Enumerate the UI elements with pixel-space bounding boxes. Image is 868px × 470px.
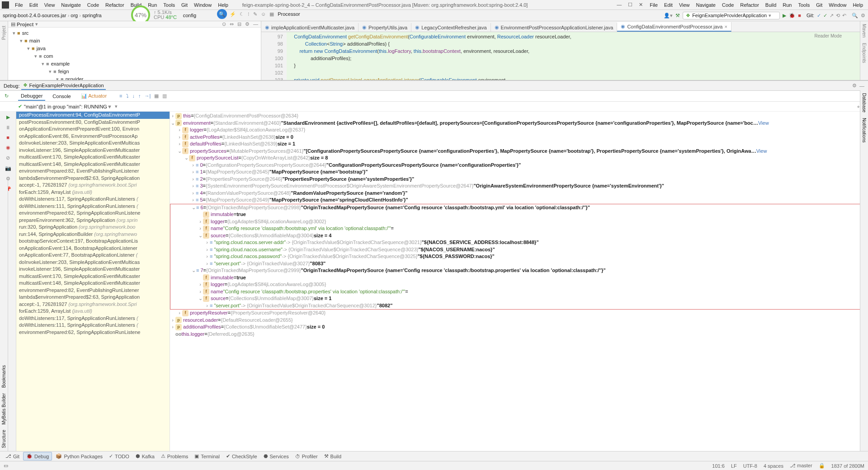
menu-tools[interactable]: Tools <box>795 1 813 9</box>
stack-frame[interactable]: lambda$environmentPrepared$2:63, SpringA… <box>16 294 170 301</box>
crumb[interactable]: config <box>183 13 196 18</box>
stack-frame[interactable]: postProcessEnvironment:80, ConfigDataEnv… <box>16 119 170 126</box>
debug-session-tab[interactable]: ❖ FeignExampleProviderApplication <box>21 81 106 90</box>
encoding[interactable]: UTF-8 <box>743 463 757 469</box>
stack-frame[interactable]: invokeListener:196, SimpleApplicationEve… <box>16 147 170 154</box>
git-branch[interactable]: ⎇ master <box>790 463 812 469</box>
tree-node[interactable]: ▾ ■ com <box>13 52 261 60</box>
line-sep[interactable]: LF <box>731 463 737 469</box>
git-rollback-icon[interactable]: ↶ <box>842 13 846 19</box>
debug-button[interactable]: 🐞 <box>789 13 795 19</box>
hide-icon[interactable]: — <box>253 21 258 27</box>
bottom-tab-debug[interactable]: 🐞Debug <box>23 452 52 461</box>
menu-view[interactable]: View <box>41 1 58 9</box>
variable-row[interactable]: fimmutable = true <box>170 274 868 282</box>
variable-row[interactable]: ›≡3 = {SystemEnvironmentPropertySourceEn… <box>170 183 868 190</box>
step-out-icon[interactable]: ↑ <box>138 93 141 99</box>
variable-row[interactable]: fimmutable = true <box>170 211 868 218</box>
menu-git[interactable]: Git <box>178 1 191 9</box>
notifications-tab[interactable]: Notifications <box>862 115 867 145</box>
menu-code[interactable]: Code <box>719 1 737 9</box>
stack-frame[interactable]: run:320, SpringApplication (org.springfr… <box>16 224 170 231</box>
menu-view[interactable]: View <box>676 1 693 9</box>
run-to-cursor-icon[interactable]: →| <box>145 93 151 99</box>
pause-icon[interactable]: ⏸ <box>5 125 10 130</box>
indent[interactable]: 4 spaces <box>764 463 783 469</box>
variable-row[interactable]: ›fname"Config resource 'classpath:/boots… <box>170 288 868 296</box>
moon-icon[interactable]: ☾ <box>240 11 244 17</box>
settings-icon[interactable]: ⚙ <box>861 13 865 19</box>
tree-node[interactable]: ▾ ■ main <box>13 37 261 45</box>
maximize-button[interactable]: ☐ <box>628 2 632 8</box>
variable-row[interactable]: ›flogger = {LogAdapter$Slf4jLocationAwar… <box>170 281 868 288</box>
trace-icon[interactable]: ▥ <box>162 93 167 99</box>
run-button[interactable]: ▶ <box>783 13 786 19</box>
menu-run[interactable]: Run <box>779 1 795 9</box>
git-commit-icon[interactable]: ✓ <box>823 13 827 19</box>
stack-frame[interactable]: run:144, SpringApplicationBuilder (org.s… <box>16 231 170 238</box>
bottom-tab-checkstyle[interactable]: ✔CheckStyle <box>223 452 260 460</box>
hide-icon[interactable]: — <box>859 83 864 89</box>
stack-frame[interactable]: prepareEnvironment:362, SpringApplicatio… <box>16 217 170 224</box>
variables-panel[interactable]: ›pthis = {ConfigDataEnvironmentPostProce… <box>170 112 868 451</box>
bottom-tab-kafka[interactable]: ⬢Kafka <box>133 452 157 460</box>
stack-frame[interactable]: forEach:1259, ArrayList (java.util) <box>16 308 170 315</box>
stack-frame[interactable]: onApplicationEnvironmentPreparedEvent:10… <box>16 126 170 133</box>
memory[interactable]: 1837 of 2800M <box>831 463 864 469</box>
menu-window[interactable]: Window <box>826 1 849 9</box>
stack-frame[interactable]: doInvokeListener:203, SimpleApplicationE… <box>16 259 170 266</box>
tree-node[interactable]: ▾ ■ java <box>13 45 261 52</box>
stack-frame[interactable]: doWithListeners:111, SpringApplicationRu… <box>16 203 170 210</box>
bottom-tab-todo[interactable]: ✓TODO <box>106 452 132 460</box>
menu-help[interactable]: Help <box>215 1 231 9</box>
tree-node[interactable]: ▾ ■ src <box>13 29 261 37</box>
evaluate-icon[interactable]: ▦ <box>154 93 159 99</box>
endpoints-tab[interactable]: Endpoints <box>862 40 867 66</box>
variable-row[interactable]: ›≡"server.port" -> {OriginTrackedValue@3… <box>170 260 868 268</box>
stack-frame[interactable]: accept:-1, 726281927 (org.springframewor… <box>16 182 170 189</box>
stack-frame[interactable]: doInvokeListener:203, SimpleApplicationE… <box>16 140 170 147</box>
variable-row[interactable]: ›flogger = {LogAdapter$Slf4jLocationAwar… <box>170 218 868 226</box>
tree-node[interactable]: ▾ ■ feign <box>13 68 261 75</box>
stack-frame[interactable]: invokeListener:196, SimpleApplicationEve… <box>16 266 170 273</box>
structure-tab[interactable]: Structure <box>1 427 6 451</box>
step-over-icon[interactable]: ⤵ <box>126 93 129 99</box>
bug-icon[interactable]: ⚡ <box>230 11 236 17</box>
stack-frame[interactable]: forEach:1259, ArrayList (java.util) <box>16 189 170 196</box>
close-button[interactable]: ✕ <box>639 2 643 8</box>
bottom-tab-problems[interactable]: ⚠Problems <box>158 452 191 460</box>
frames-panel[interactable]: postProcessEnvironment:94, ConfigDataEnv… <box>16 112 170 451</box>
mybatis-tab[interactable]: MyBatis Builder <box>1 390 6 427</box>
menu-run[interactable]: Run <box>145 1 160 9</box>
menu-refactor[interactable]: Refactor <box>102 1 127 9</box>
menu-code[interactable]: Code <box>84 1 102 9</box>
camera-icon[interactable]: 📷 <box>5 165 11 171</box>
step-into-icon[interactable]: ↓ <box>132 93 135 99</box>
thread-label[interactable]: "main"@1 in group "main": RUNNING <box>24 104 107 109</box>
show-execution-icon[interactable]: ≡ <box>119 93 122 99</box>
stack-frame[interactable]: environmentPrepared:82, EventPublishingR… <box>16 287 170 294</box>
git-history-icon[interactable]: ⟲ <box>836 13 840 19</box>
stack-frame[interactable]: environmentPrepared:62, SpringApplicatio… <box>16 210 170 217</box>
grid-icon[interactable]: ▦ <box>269 11 274 17</box>
search-icon[interactable]: 🔍 <box>852 13 858 19</box>
project-toolwindow-tab[interactable]: Project <box>1 23 6 42</box>
filter-icon[interactable]: ▼ <box>107 104 112 109</box>
stack-frame[interactable]: onApplicationEvent:86, EnvironmentPostPr… <box>16 133 170 140</box>
variable-row[interactable]: ⌄≡6 = {OriginTrackedMapPropertySource@29… <box>170 204 868 212</box>
chevron-down-icon[interactable]: ▾ <box>115 103 118 109</box>
run-config-dropdown[interactable]: ❖ FeignExampleProviderApplication ▾ <box>683 12 780 19</box>
select-opened-icon[interactable]: ⊙ <box>222 21 226 27</box>
debugger-tab[interactable]: Debugger <box>18 92 45 101</box>
variable-row[interactable]: oo this.logger = {DeferredLog@2635} <box>170 331 868 338</box>
menu-git[interactable]: Git <box>813 1 826 9</box>
mute-breakpoints-icon[interactable]: ⊘ <box>6 155 10 161</box>
status-icon[interactable]: ▭ <box>4 463 8 469</box>
variable-row[interactable]: ›presourceLoader = {DefaultResourceLoade… <box>170 317 868 324</box>
variable-row[interactable]: ›≡4 = {RandomValuePropertySource@2648} "… <box>170 190 868 197</box>
menu-refactor[interactable]: Refactor <box>737 1 762 9</box>
variable-row[interactable]: ›≡5 = {MapPropertySource@2649} "MapPrope… <box>170 197 868 204</box>
project-tree[interactable]: ▾ ■ src▾ ■ main▾ ■ java▾ ■ com▾ ■ exampl… <box>8 28 261 80</box>
stop-button[interactable]: ■ <box>798 13 801 18</box>
variable-row[interactable]: ⌄fsource = {Collections$UnmodifiableMap@… <box>170 295 868 302</box>
